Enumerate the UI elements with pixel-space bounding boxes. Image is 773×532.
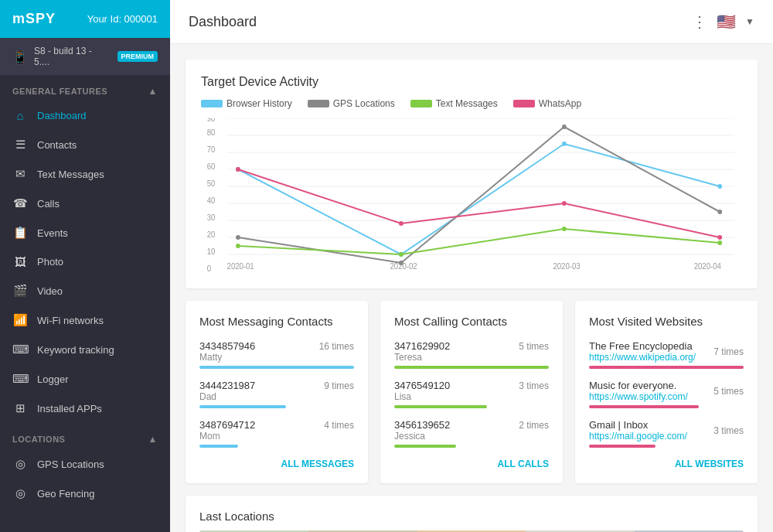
- contact-item: 3434857946 16 times Matty: [199, 340, 354, 369]
- contacts-icon: ☰: [12, 138, 28, 152]
- svg-text:2020-03: 2020-03: [553, 262, 581, 271]
- sidebar-item-label: Video: [37, 285, 63, 297]
- language-dropdown-icon[interactable]: ▼: [745, 16, 754, 27]
- contact-count: 3 times: [519, 380, 549, 391]
- svg-point-35: [236, 167, 240, 172]
- svg-point-29: [562, 124, 567, 129]
- sidebar-item-video[interactable]: 🎬 Video: [0, 276, 170, 305]
- website-bar: [589, 366, 744, 369]
- contact-number: 3487694712: [199, 419, 255, 431]
- legend-label-text: Text Messages: [436, 98, 498, 109]
- contact-count: 5 times: [519, 341, 549, 352]
- sidebar-item-label: Installed APPs: [37, 403, 102, 414]
- sidebar-item-photo[interactable]: 🖼 Photo: [0, 247, 170, 276]
- language-flag[interactable]: 🇺🇸: [717, 12, 736, 31]
- website-count: 5 times: [713, 386, 744, 397]
- progress-bar: [394, 445, 456, 448]
- svg-text:2020-01: 2020-01: [227, 262, 254, 271]
- website-url: https://www.spotify.com/: [589, 391, 688, 402]
- phone-icon: ☎: [12, 196, 28, 210]
- logo: mSPY: [12, 11, 56, 27]
- chevron-up-icon: ▲: [148, 434, 158, 445]
- page-title: Dashboard: [189, 14, 257, 30]
- contact-number: 3434857946: [199, 340, 255, 352]
- svg-point-38: [717, 235, 722, 240]
- device-name: S8 - build 13 - 5....: [34, 46, 108, 67]
- sidebar-item-events[interactable]: 📋 Events: [0, 218, 170, 247]
- website-item: The Free Encyclopedia https://www.wikipe…: [589, 340, 744, 369]
- legend-whatsapp: WhatsApp: [513, 98, 581, 109]
- all-websites-link[interactable]: ALL WEBSITES: [589, 459, 744, 469]
- progress-bar: [199, 445, 238, 448]
- sidebar-item-dashboard[interactable]: ⌂ Dashboard: [0, 101, 170, 130]
- sidebar-item-calls[interactable]: ☎ Calls: [0, 189, 170, 218]
- sidebar-item-logger[interactable]: ⌨ Logger: [0, 364, 170, 394]
- gps-icon: ◎: [12, 457, 28, 471]
- contact-meta: 3444231987 9 times: [199, 380, 354, 391]
- message-icon: ✉: [12, 167, 28, 181]
- keyboard-icon: ⌨: [12, 343, 28, 356]
- geo-icon: ◎: [12, 486, 28, 500]
- website-title: The Free Encyclopedia: [589, 340, 696, 352]
- activity-chart-card: Target Device Activity Browser History G…: [186, 60, 758, 288]
- sidebar-item-contacts[interactable]: ☰ Contacts: [0, 130, 170, 159]
- sidebar-item-label: Geo Fencing: [37, 488, 94, 500]
- contact-name: Dad: [199, 391, 354, 402]
- contact-name: Jessica: [394, 431, 549, 442]
- svg-point-31: [236, 244, 240, 248]
- sidebar-item-text-messages[interactable]: ✉ Text Messages: [0, 159, 170, 189]
- svg-text:40: 40: [207, 196, 216, 205]
- legend-gps: GPS Locations: [308, 98, 395, 109]
- sidebar-item-label: Text Messages: [37, 169, 104, 180]
- contact-item: 3487694712 4 times Mom: [199, 419, 354, 448]
- locations-label: LOCATIONS ▲: [0, 423, 170, 449]
- video-icon: 🎬: [12, 284, 28, 298]
- svg-text:2020-02: 2020-02: [390, 262, 417, 271]
- contact-item: 3456139652 2 times Jessica: [394, 419, 549, 448]
- legend-color-browser: [201, 100, 223, 107]
- chevron-up-icon: ▲: [148, 86, 158, 97]
- sidebar-item-geo-fencing[interactable]: ◎ Geo Fencing: [0, 479, 170, 508]
- website-url: https://www.wikipedia.org/: [589, 352, 696, 363]
- progress-bar: [394, 405, 487, 408]
- contact-meta: 3487694712 4 times: [199, 419, 354, 431]
- wifi-icon: 📶: [12, 313, 28, 327]
- contact-count: 4 times: [324, 420, 354, 431]
- all-calls-link[interactable]: ALL CALLS: [394, 459, 549, 469]
- svg-text:50: 50: [207, 179, 216, 188]
- legend-label-whatsapp: WhatsApp: [539, 98, 581, 109]
- user-id: Your Id: 000001: [87, 13, 158, 25]
- svg-point-27: [236, 235, 240, 240]
- legend-color-text: [410, 100, 432, 107]
- chart-svg: 0 10 20 30 40 50 60 70 80 90: [201, 118, 742, 273]
- sidebar-item-installed-apps[interactable]: ⊞ Installed APPs: [0, 394, 170, 423]
- website-url: https://mail.google.com/: [589, 431, 687, 442]
- website-bar: [589, 405, 699, 408]
- svg-point-30: [717, 210, 722, 214]
- sidebar-item-wifi[interactable]: 📶 Wi-Fi networks: [0, 305, 170, 335]
- home-icon: ⌂: [12, 109, 28, 122]
- more-options-button[interactable]: ⋮: [692, 12, 707, 31]
- website-title: Music for everyone.: [589, 380, 688, 391]
- svg-text:20: 20: [207, 230, 216, 239]
- contact-meta: 3434857946 16 times: [199, 340, 354, 352]
- topbar-right: ⋮ 🇺🇸 ▼: [692, 12, 754, 31]
- sidebar-item-label: Wi-Fi networks: [37, 315, 104, 326]
- device-bar: 📱 S8 - build 13 - 5.... PREMIUM: [0, 38, 170, 75]
- svg-text:10: 10: [207, 247, 216, 256]
- legend-label-browser: Browser History: [226, 98, 292, 109]
- svg-text:60: 60: [207, 162, 216, 171]
- chart-legend: Browser History GPS Locations Text Messa…: [201, 98, 742, 109]
- all-messages-link[interactable]: ALL MESSAGES: [199, 459, 354, 469]
- sidebar-item-keyword-tracking[interactable]: ⌨ Keyword tracking: [0, 335, 170, 364]
- contact-meta: 3471629902 5 times: [394, 340, 549, 352]
- website-meta: Gmail | Inbox https://mail.google.com/ 3…: [589, 419, 744, 442]
- svg-point-32: [399, 252, 404, 257]
- sidebar-item-gps[interactable]: ◎ GPS Locations: [0, 449, 170, 479]
- visited-card-title: Most Visited Websites: [589, 315, 744, 328]
- contact-name: Lisa: [394, 391, 549, 402]
- photo-icon: 🖼: [12, 255, 28, 268]
- contact-count: 2 times: [519, 420, 549, 431]
- content-area: Target Device Activity Browser History G…: [170, 44, 773, 532]
- contact-count: 16 times: [319, 341, 354, 352]
